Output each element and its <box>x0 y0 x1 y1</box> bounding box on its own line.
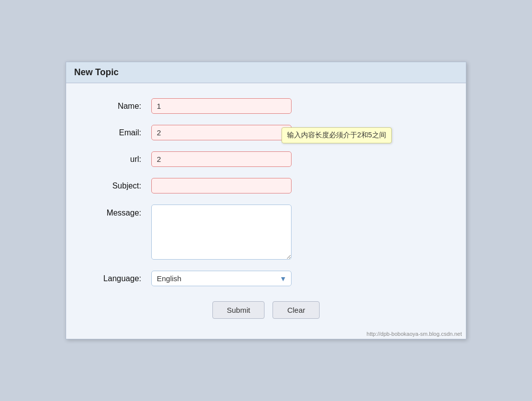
validation-tooltip: 输入内容长度必须介于2和5之间 <box>282 127 392 143</box>
email-label: Email: <box>86 128 151 137</box>
subject-label: Subject: <box>86 181 151 190</box>
url-label: url: <box>86 155 151 164</box>
window-body: 输入内容长度必须介于2和5之间 Name: Email: url: Subjec… <box>66 83 466 339</box>
window-title: New Topic <box>66 62 466 83</box>
email-input[interactable] <box>151 125 292 140</box>
name-row: Name: <box>86 98 446 114</box>
language-select-wrapper: English Chinese French German Spanish ▼ <box>151 271 292 286</box>
email-row: Email: <box>86 125 446 140</box>
clear-button[interactable]: Clear <box>273 301 320 319</box>
name-input[interactable] <box>151 98 292 114</box>
url-input[interactable] <box>151 151 292 167</box>
language-select[interactable]: English Chinese French German Spanish <box>151 271 292 286</box>
message-row: Message: <box>86 205 446 260</box>
name-label: Name: <box>86 102 151 111</box>
language-row: Language: English Chinese French German … <box>86 271 446 286</box>
button-row: Submit Clear <box>86 301 446 319</box>
submit-button[interactable]: Submit <box>212 301 265 319</box>
language-label: Language: <box>86 274 151 283</box>
subject-input[interactable] <box>151 178 292 193</box>
window: New Topic 输入内容长度必须介于2和5之间 Name: Email: u… <box>66 62 466 339</box>
url-row: url: <box>86 151 446 167</box>
message-label: Message: <box>86 205 151 218</box>
watermark: http://dpb-bobokaoya-sm.blog.csdn.net <box>367 331 462 337</box>
subject-row: Subject: <box>86 178 446 193</box>
message-textarea[interactable] <box>151 205 292 260</box>
